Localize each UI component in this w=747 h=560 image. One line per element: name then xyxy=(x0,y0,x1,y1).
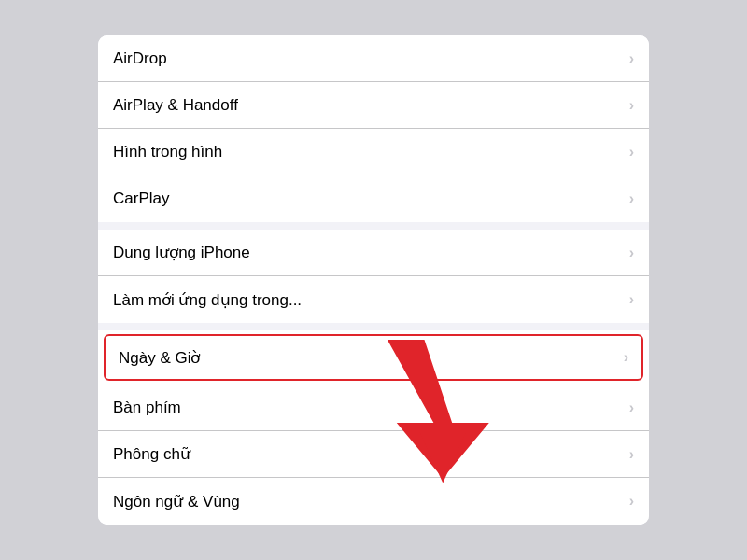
carplay-chevron: › xyxy=(629,190,634,207)
airdrop-label: AirDrop xyxy=(113,49,167,68)
settings-group-2: Dung lượng iPhone › Làm mới ứng dụng tro… xyxy=(98,230,649,323)
language-row[interactable]: Ngôn ngữ & Vùng › xyxy=(98,478,649,525)
datetime-row[interactable]: Ngày & Giờ › xyxy=(104,334,643,381)
airplay-row[interactable]: AirPlay & Handoff › xyxy=(98,82,649,129)
language-chevron: › xyxy=(629,493,634,510)
refresh-row[interactable]: Làm mới ứng dụng trong... › xyxy=(98,276,649,323)
font-label: Phông chữ xyxy=(113,444,190,464)
airplay-label: AirPlay & Handoff xyxy=(113,96,238,115)
storage-chevron: › xyxy=(629,245,634,261)
keyboard-row[interactable]: Bàn phím › xyxy=(98,385,649,431)
datetime-chevron: › xyxy=(624,349,628,366)
settings-panel: AirDrop › AirPlay & Handoff › Hình trong… xyxy=(98,35,649,525)
picture-label: Hình trong hình xyxy=(113,143,222,161)
carplay-label: CarPlay xyxy=(113,189,169,208)
keyboard-label: Bàn phím xyxy=(113,399,181,417)
font-row[interactable]: Phông chữ › xyxy=(98,431,649,478)
keyboard-chevron: › xyxy=(629,399,634,416)
font-chevron: › xyxy=(629,446,634,463)
refresh-label: Làm mới ứng dụng trong... xyxy=(113,290,302,310)
storage-label: Dung lượng iPhone xyxy=(113,243,250,262)
settings-group-1: AirDrop › AirPlay & Handoff › Hình trong… xyxy=(98,35,649,222)
airplay-chevron: › xyxy=(629,97,634,114)
datetime-label: Ngày & Giờ xyxy=(119,348,200,368)
picture-chevron: › xyxy=(629,144,634,161)
airdrop-chevron: › xyxy=(629,50,634,67)
settings-group-3: Ngày & Giờ › Bàn phím › Phông chữ › Ngôn… xyxy=(98,330,649,525)
separator-1 xyxy=(98,222,649,230)
airdrop-row[interactable]: AirDrop › xyxy=(98,35,649,82)
storage-row[interactable]: Dung lượng iPhone › xyxy=(98,230,649,276)
refresh-chevron: › xyxy=(629,291,634,308)
carplay-row[interactable]: CarPlay › xyxy=(98,175,649,222)
picture-row[interactable]: Hình trong hình › xyxy=(98,129,649,175)
separator-2 xyxy=(98,323,649,330)
language-label: Ngôn ngữ & Vùng xyxy=(113,492,240,511)
